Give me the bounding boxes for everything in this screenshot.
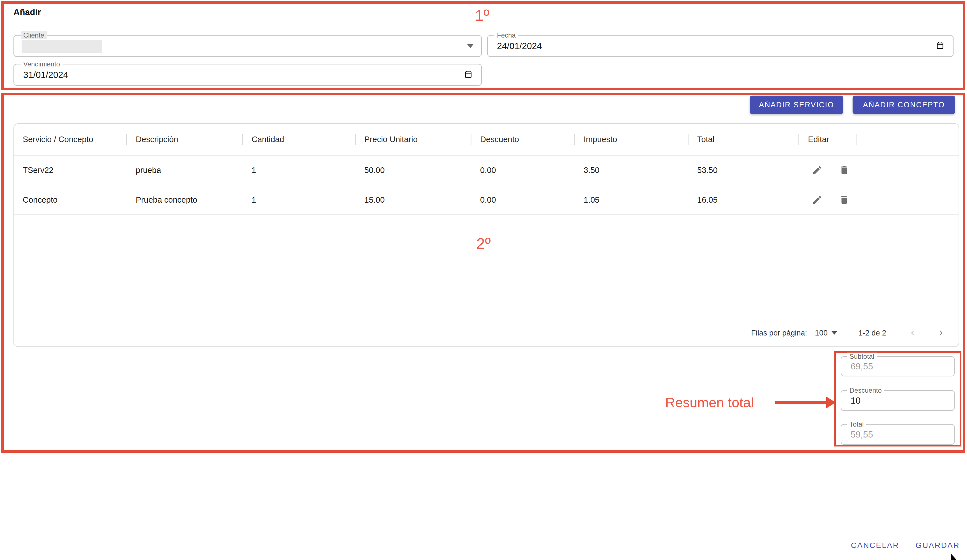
save-button[interactable]: GUARDAR [916, 541, 960, 550]
edit-icon[interactable] [812, 165, 823, 176]
cell-precio: 15.00 [356, 185, 472, 214]
invoice-add-page: Añadir 1º Cliente Fecha 24/01/2024 Venci… [0, 0, 967, 560]
total-label: Total [847, 420, 866, 428]
cell-descuento: 0.00 [472, 156, 575, 185]
cell-actions [799, 156, 856, 185]
cell-impuesto: 3.50 [575, 156, 688, 185]
redacted-client-value [21, 40, 102, 53]
cell-actions [799, 185, 856, 214]
cell-servicio: TServ22 [14, 156, 127, 185]
discount-field[interactable]: Descuento 10 [841, 390, 955, 411]
due-date-value: 31/01/2024 [23, 70, 68, 80]
col-impuesto: Impuesto [575, 124, 688, 155]
delete-icon[interactable] [838, 194, 850, 206]
cell-descripcion: Prueba concepto [127, 185, 243, 214]
cell-cantidad: 1 [243, 185, 356, 214]
cell-impuesto: 1.05 [575, 185, 688, 214]
rows-per-page-select[interactable]: 100 [815, 329, 837, 338]
cell-descripcion: prueba [127, 156, 243, 185]
date-value: 24/01/2024 [497, 41, 542, 51]
total-field: Total 59,55 [841, 424, 955, 445]
total-value: 59,55 [851, 429, 873, 440]
footer-actions: CANCELAR GUARDAR [851, 541, 960, 550]
cell-descuento: 0.00 [472, 185, 575, 214]
previous-page-button[interactable] [906, 327, 919, 339]
chevron-down-icon [467, 44, 474, 48]
col-descripcion: Descripción [127, 124, 243, 155]
cell-total: 53.50 [688, 156, 799, 185]
annotation-arrow [775, 401, 828, 404]
col-total: Total [688, 124, 799, 155]
add-service-button[interactable]: AÑADIR SERVICIO [750, 96, 843, 114]
client-select[interactable]: Cliente [13, 35, 482, 57]
date-label: Fecha [495, 31, 518, 39]
due-date-field[interactable]: Vencimiento 31/01/2024 [13, 64, 482, 86]
subtotal-label: Subtotal [847, 352, 877, 361]
rows-per-page-value: 100 [815, 329, 828, 338]
page-title: Añadir [13, 7, 41, 17]
edit-icon[interactable] [812, 194, 823, 206]
mouse-cursor [951, 553, 967, 560]
date-field[interactable]: Fecha 24/01/2024 [487, 35, 954, 57]
chevron-down-icon [832, 331, 837, 334]
subtotal-field: Subtotal 69,55 [841, 356, 955, 376]
annotation-step-2: 2º [476, 234, 491, 252]
pagination: Filas por página: 100 1-2 de 2 [14, 320, 959, 346]
table-row: TServ22 prueba 1 50.00 0.00 3.50 53.50 [14, 156, 959, 185]
table-row: Concepto Prueba concepto 1 15.00 0.00 1.… [14, 185, 959, 215]
due-date-label: Vencimiento [21, 60, 63, 68]
delete-icon[interactable] [838, 165, 850, 176]
cell-cantidad: 1 [243, 156, 356, 185]
cell-total: 16.05 [688, 185, 799, 214]
add-concept-button[interactable]: AÑADIR CONCEPTO [853, 96, 955, 114]
next-page-button[interactable] [935, 327, 947, 339]
annotation-summary-label: Resumen total [665, 395, 754, 410]
col-servicio-concepto: Servicio / Concepto [14, 124, 127, 155]
subtotal-value: 69,55 [851, 361, 873, 372]
annotation-step-1: 1º [475, 6, 489, 25]
table-header-row: Servicio / Concepto Descripción Cantidad… [14, 124, 959, 156]
cell-precio: 50.00 [356, 156, 472, 185]
cancel-button[interactable]: CANCELAR [851, 541, 899, 550]
calendar-icon[interactable] [936, 41, 944, 51]
discount-value: 10 [851, 395, 861, 406]
col-cantidad: Cantidad [243, 124, 356, 155]
rows-per-page-label: Filas por página: [751, 329, 807, 338]
discount-label: Descuento [847, 387, 884, 394]
col-editar: Editar [799, 124, 856, 155]
pagination-range: 1-2 de 2 [858, 329, 886, 338]
client-label: Cliente [21, 31, 47, 39]
col-descuento: Descuento [472, 124, 575, 155]
col-empty [856, 124, 959, 155]
calendar-icon[interactable] [464, 70, 472, 80]
cell-servicio: Concepto [14, 185, 127, 214]
col-precio-unitario: Precio Unitario [356, 124, 472, 155]
